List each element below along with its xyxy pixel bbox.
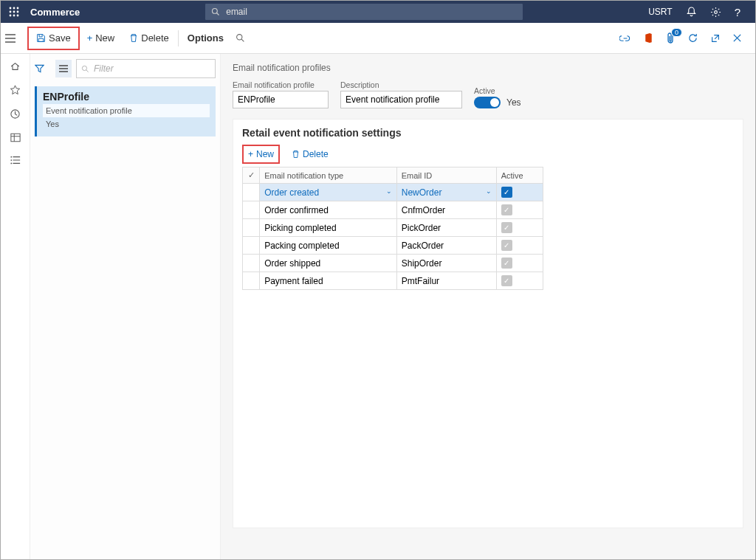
- grid-delete-button[interactable]: Delete: [287, 146, 333, 162]
- plus-icon: +: [248, 149, 253, 159]
- plus-icon: +: [87, 32, 93, 44]
- nav-rail: [1, 54, 30, 559]
- cell-active[interactable]: ✓: [496, 219, 543, 237]
- options-label: Options: [188, 32, 224, 44]
- popout-icon[interactable]: [710, 33, 721, 44]
- cell-id[interactable]: PickOrder: [396, 219, 496, 237]
- checkbox-icon[interactable]: ✓: [501, 204, 512, 215]
- cell-type[interactable]: Order confirmed: [260, 201, 397, 219]
- cell-id[interactable]: ShipOrder: [396, 255, 496, 272]
- cell-active[interactable]: ✓: [496, 237, 543, 255]
- table-row[interactable]: Order shippedShipOrder✓: [243, 255, 543, 272]
- star-icon[interactable]: [10, 85, 21, 95]
- page-title: Email notification profiles: [233, 63, 743, 73]
- cell-id[interactable]: CnfmOrder: [396, 201, 496, 219]
- detail-pane: Email notification profiles Email notifi…: [221, 54, 755, 559]
- options-button[interactable]: Options: [180, 28, 231, 49]
- svg-point-4: [13, 11, 16, 13]
- delete-button[interactable]: Delete: [122, 28, 176, 49]
- trash-icon: [292, 150, 300, 159]
- checkbox-icon[interactable]: ✓: [501, 257, 512, 269]
- cell-active[interactable]: ✓: [496, 201, 543, 219]
- svg-point-6: [10, 15, 12, 17]
- menu-toggle-icon[interactable]: [5, 34, 27, 43]
- checkbox-icon[interactable]: ✓: [501, 240, 512, 251]
- checkbox-icon[interactable]: ✓: [501, 222, 512, 233]
- list-pane: Filter ENProfile Event notification prof…: [30, 54, 221, 559]
- refresh-icon[interactable]: [687, 32, 698, 44]
- cell-type[interactable]: Order shipped: [260, 255, 397, 272]
- list-icon[interactable]: [10, 156, 21, 165]
- table-row[interactable]: Payment failedPmtFailur✓: [243, 272, 543, 290]
- svg-point-3: [10, 11, 12, 13]
- grid-new-highlight: + New: [242, 145, 280, 164]
- description-label: Description: [340, 80, 462, 89]
- row-selector[interactable]: [243, 237, 260, 255]
- search-button[interactable]: [231, 28, 250, 49]
- app-launcher-icon[interactable]: [1, 7, 27, 17]
- cell-type[interactable]: Packing completed: [260, 237, 397, 255]
- search-icon: [236, 33, 245, 43]
- list-item[interactable]: ENProfile Event notification profile Yes: [35, 86, 216, 136]
- table-row[interactable]: Order confirmedCnfmOrder✓: [243, 201, 543, 219]
- cell-type[interactable]: Order created⌄: [260, 184, 397, 201]
- cell-id[interactable]: PmtFailur: [396, 272, 496, 290]
- cell-id[interactable]: PackOrder: [396, 237, 496, 255]
- attachments-button[interactable]: 0: [665, 32, 676, 44]
- cell-type[interactable]: Picking completed: [260, 219, 397, 237]
- bell-icon[interactable]: [686, 7, 697, 18]
- close-icon[interactable]: [732, 33, 742, 43]
- profile-input[interactable]: [233, 91, 329, 108]
- checkbox-icon[interactable]: ✓: [501, 187, 512, 198]
- grid-new-label: New: [256, 149, 274, 159]
- home-icon[interactable]: [10, 61, 21, 72]
- grid-new-button[interactable]: + New: [244, 146, 278, 162]
- description-input[interactable]: [340, 91, 462, 108]
- cell-active[interactable]: ✓: [496, 272, 543, 290]
- save-button[interactable]: Save: [29, 28, 78, 49]
- col-type[interactable]: Email notification type: [260, 167, 397, 184]
- col-active[interactable]: Active: [496, 167, 543, 184]
- col-select[interactable]: ✓: [243, 167, 260, 184]
- svg-point-0: [10, 7, 12, 10]
- svg-point-8: [17, 15, 19, 17]
- user-label[interactable]: USRT: [648, 7, 672, 17]
- cell-active[interactable]: ✓: [496, 255, 543, 272]
- list-view-icon[interactable]: [55, 60, 72, 77]
- svg-point-12: [237, 35, 242, 40]
- filter-funnel-icon[interactable]: [35, 64, 51, 73]
- row-selector[interactable]: [243, 184, 260, 201]
- profile-label: Email notification profile: [233, 80, 329, 89]
- grid-icon[interactable]: [10, 133, 21, 142]
- global-search[interactable]: email: [205, 4, 523, 20]
- search-icon: [81, 65, 89, 73]
- settings-grid: ✓ Email notification type Email ID Activ…: [242, 167, 543, 290]
- new-button[interactable]: + New: [80, 28, 123, 49]
- row-selector[interactable]: [243, 201, 260, 219]
- cell-type[interactable]: Payment failed: [260, 272, 397, 290]
- gear-icon[interactable]: [710, 7, 721, 18]
- svg-rect-15: [10, 134, 19, 142]
- row-selector[interactable]: [243, 255, 260, 272]
- help-icon[interactable]: ?: [735, 6, 740, 18]
- svg-point-17: [10, 159, 12, 161]
- office-icon[interactable]: [643, 32, 653, 44]
- clock-icon[interactable]: [10, 108, 21, 120]
- active-toggle[interactable]: [474, 97, 501, 108]
- global-header: Commerce email USRT ?: [1, 1, 755, 23]
- link-icon[interactable]: [619, 35, 631, 42]
- row-selector[interactable]: [243, 272, 260, 290]
- cell-active[interactable]: ✓: [496, 184, 543, 201]
- col-id[interactable]: Email ID: [396, 167, 496, 184]
- filter-input[interactable]: Filter: [76, 59, 216, 78]
- checkbox-icon[interactable]: ✓: [501, 275, 512, 286]
- table-row[interactable]: Order created⌄NewOrder⌄✓: [243, 184, 543, 201]
- svg-point-18: [10, 163, 12, 165]
- new-label: New: [95, 32, 114, 44]
- table-row[interactable]: Picking completedPickOrder✓: [243, 219, 543, 237]
- active-value: Yes: [506, 97, 521, 108]
- table-row[interactable]: Packing completedPackOrder✓: [243, 237, 543, 255]
- search-text: email: [226, 7, 247, 17]
- row-selector[interactable]: [243, 219, 260, 237]
- cell-id[interactable]: NewOrder⌄: [396, 184, 496, 201]
